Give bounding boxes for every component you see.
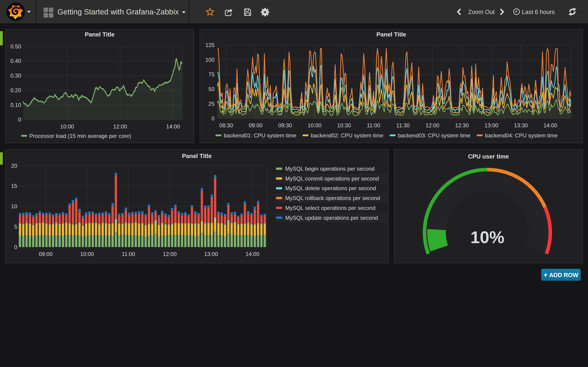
svg-text:backend01: CPU system time: backend01: CPU system time — [224, 132, 296, 139]
svg-text:09:00: 09:00 — [249, 122, 262, 128]
svg-text:Panel Title: Panel Title — [182, 152, 212, 159]
svg-text:09:00: 09:00 — [39, 251, 52, 257]
svg-text:MySQL select operations per se: MySQL select operations per second — [285, 205, 376, 211]
svg-text:MySQL begin operations per sec: MySQL begin operations per second — [285, 166, 375, 172]
svg-text:125: 125 — [205, 42, 215, 48]
svg-text:14:00: 14:00 — [166, 123, 180, 130]
svg-text:12:00: 12:00 — [426, 122, 439, 128]
svg-text:100: 100 — [205, 57, 215, 63]
svg-text:Zoom Out: Zoom Out — [468, 8, 495, 15]
svg-text:08:30: 08:30 — [219, 122, 233, 128]
svg-text:0.30: 0.30 — [10, 73, 21, 79]
svg-text:10: 10 — [11, 203, 17, 209]
svg-text:10:00: 10:00 — [60, 123, 74, 130]
svg-text:MySQL rollback operations per: MySQL rollback operations per second — [285, 195, 380, 201]
svg-text:10:00: 10:00 — [308, 122, 321, 128]
svg-text:50: 50 — [208, 86, 215, 92]
svg-text:CPU user time: CPU user time — [468, 153, 509, 160]
svg-text:backend04: CPU system time: backend04: CPU system time — [485, 132, 557, 139]
svg-text:0.40: 0.40 — [10, 58, 21, 64]
svg-text:11:00: 11:00 — [367, 122, 380, 128]
svg-text:0.20: 0.20 — [10, 87, 21, 93]
svg-text:11:30: 11:30 — [396, 122, 409, 128]
svg-text:13:00: 13:00 — [204, 251, 218, 257]
svg-text:75: 75 — [208, 71, 215, 77]
svg-text:13:00: 13:00 — [484, 122, 498, 128]
svg-text:MySQL delete operations per se: MySQL delete operations per second — [285, 185, 376, 191]
svg-text:Last 6 hours: Last 6 hours — [522, 8, 555, 15]
svg-text:0.50: 0.50 — [10, 43, 21, 50]
svg-text:MySQL update operations per se: MySQL update operations per second — [285, 215, 378, 221]
svg-text:15: 15 — [11, 183, 17, 189]
svg-text:Panel Title: Panel Title — [85, 31, 115, 38]
svg-text:25: 25 — [208, 101, 215, 107]
svg-text:10:30: 10:30 — [337, 122, 351, 128]
svg-text:Panel Title: Panel Title — [376, 31, 406, 38]
svg-text:Getting Started with Grafana-Z: Getting Started with Grafana-Zabbix — [57, 8, 179, 16]
svg-text:backend03: CPU system time: backend03: CPU system time — [398, 132, 470, 139]
svg-text:11:00: 11:00 — [122, 251, 135, 257]
svg-text:MySQL commit operations per se: MySQL commit operations per second — [285, 175, 379, 182]
svg-text:0: 0 — [14, 244, 17, 250]
svg-text:0: 0 — [212, 115, 215, 122]
svg-text:Processor load (15 min average: Processor load (15 min average per core) — [29, 133, 131, 139]
svg-text:13:30: 13:30 — [514, 122, 528, 128]
svg-text:10%: 10% — [470, 228, 504, 247]
svg-text:0: 0 — [18, 117, 21, 123]
svg-text:10:00: 10:00 — [80, 251, 94, 257]
svg-text:09:30: 09:30 — [278, 122, 292, 128]
svg-text:12:00: 12:00 — [113, 123, 127, 130]
svg-text:0.10: 0.10 — [10, 102, 21, 108]
svg-text:12:00: 12:00 — [163, 251, 177, 257]
svg-text:20: 20 — [11, 163, 17, 169]
svg-text:5: 5 — [14, 224, 17, 230]
svg-text:14:00: 14:00 — [544, 122, 557, 128]
svg-text:14:00: 14:00 — [246, 251, 259, 257]
svg-text:backend02: CPU system time: backend02: CPU system time — [311, 132, 383, 139]
svg-text:12:30: 12:30 — [455, 122, 469, 128]
